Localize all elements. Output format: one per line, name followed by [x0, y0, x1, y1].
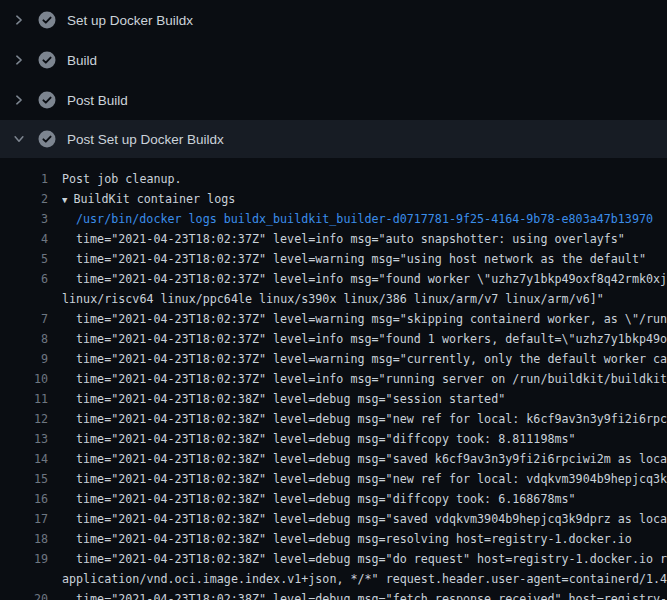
log-line: 2▼BuildKit container logs: [0, 189, 667, 209]
log-line: 1Post job cleanup.: [0, 169, 667, 189]
line-number[interactable]: 18: [0, 529, 48, 549]
log-text: time="2021-04-23T18:02:38Z" level=debug …: [62, 509, 667, 529]
log-line: 3/usr/bin/docker logs buildx_buildkit_bu…: [0, 209, 667, 229]
step-label: Set up Docker Buildx: [67, 13, 193, 28]
line-number[interactable]: 3: [0, 209, 48, 229]
log-text: time="2021-04-23T18:02:38Z" level=debug …: [62, 529, 667, 549]
log-text: time="2021-04-23T18:02:37Z" level=warnin…: [62, 249, 667, 269]
log-line-continuation: application/vnd.oci.image.index.v1+json,…: [0, 569, 667, 589]
step-row-set-up-docker-buildx[interactable]: Set up Docker Buildx: [0, 0, 667, 40]
line-number[interactable]: 13: [0, 429, 48, 449]
log-line: 4time="2021-04-23T18:02:37Z" level=info …: [0, 229, 667, 249]
line-number[interactable]: 1: [0, 169, 48, 189]
log-line: 17time="2021-04-23T18:02:38Z" level=debu…: [0, 509, 667, 529]
log-line: 15time="2021-04-23T18:02:38Z" level=debu…: [0, 469, 667, 489]
group-expanded-marker-icon: ▼: [62, 190, 67, 209]
chevron-right-icon: [12, 53, 26, 67]
log-line: 5time="2021-04-23T18:02:37Z" level=warni…: [0, 249, 667, 269]
line-number-empty: [0, 289, 48, 309]
log-text: time="2021-04-23T18:02:38Z" level=debug …: [62, 549, 667, 569]
log-line: 11time="2021-04-23T18:02:38Z" level=debu…: [0, 389, 667, 409]
log-text: /usr/bin/docker logs buildx_buildkit_bui…: [62, 209, 667, 229]
line-number[interactable]: 10: [0, 369, 48, 389]
step-label: Post Build: [67, 93, 128, 108]
line-number[interactable]: 12: [0, 409, 48, 429]
log-line: 16time="2021-04-23T18:02:38Z" level=debu…: [0, 489, 667, 509]
check-circle-icon: [38, 130, 56, 148]
log-text: time="2021-04-23T18:02:38Z" level=debug …: [62, 469, 667, 489]
job-steps-list: Set up Docker Buildx Build Post Build Po…: [0, 0, 667, 158]
log-line: 9time="2021-04-23T18:02:37Z" level=warni…: [0, 349, 667, 369]
log-line: 20time="2021-04-23T18:02:38Z" level=debu…: [0, 589, 667, 600]
step-row-post-set-up-docker-buildx[interactable]: Post Set up Docker Buildx: [0, 120, 667, 158]
line-number[interactable]: 15: [0, 469, 48, 489]
check-circle-icon: [38, 11, 56, 29]
line-number[interactable]: 16: [0, 489, 48, 509]
log-text: time="2021-04-23T18:02:37Z" level=info m…: [62, 269, 667, 289]
log-group-toggle[interactable]: ▼BuildKit container logs: [62, 189, 667, 209]
line-number[interactable]: 9: [0, 349, 48, 369]
log-text-continuation: linux/riscv64 linux/ppc64le linux/s390x …: [62, 289, 667, 309]
check-circle-icon: [38, 51, 56, 69]
line-number[interactable]: 14: [0, 449, 48, 469]
log-line: 8time="2021-04-23T18:02:37Z" level=info …: [0, 329, 667, 349]
line-number[interactable]: 5: [0, 249, 48, 269]
chevron-right-icon: [12, 13, 26, 27]
chevron-right-icon: [12, 93, 26, 107]
log-text: time="2021-04-23T18:02:38Z" level=debug …: [62, 489, 667, 509]
log-line-continuation: linux/riscv64 linux/ppc64le linux/s390x …: [0, 289, 667, 309]
log-line: 7time="2021-04-23T18:02:37Z" level=warni…: [0, 309, 667, 329]
log-text: Post job cleanup.: [62, 169, 667, 189]
log-text: time="2021-04-23T18:02:37Z" level=warnin…: [62, 309, 667, 329]
log-line: 6time="2021-04-23T18:02:37Z" level=info …: [0, 269, 667, 289]
line-number[interactable]: 4: [0, 229, 48, 249]
line-number[interactable]: 7: [0, 309, 48, 329]
log-text: time="2021-04-23T18:02:37Z" level=info m…: [62, 329, 667, 349]
log-text: BuildKit container logs: [73, 192, 235, 206]
log-line: 13time="2021-04-23T18:02:38Z" level=debu…: [0, 429, 667, 449]
log-line: 14time="2021-04-23T18:02:38Z" level=debu…: [0, 449, 667, 469]
step-row-build[interactable]: Build: [0, 40, 667, 80]
log-line: 18time="2021-04-23T18:02:38Z" level=debu…: [0, 529, 667, 549]
chevron-down-icon: [12, 132, 26, 146]
step-row-post-build[interactable]: Post Build: [0, 80, 667, 120]
log-viewer: 1Post job cleanup.2▼BuildKit container l…: [0, 158, 667, 600]
log-line: 19time="2021-04-23T18:02:38Z" level=debu…: [0, 549, 667, 569]
step-label: Build: [67, 53, 97, 68]
check-circle-icon: [38, 91, 56, 109]
log-text: time="2021-04-23T18:02:38Z" level=debug …: [62, 449, 667, 469]
step-label: Post Set up Docker Buildx: [67, 132, 224, 147]
log-text: time="2021-04-23T18:02:37Z" level=warnin…: [62, 349, 667, 369]
line-number[interactable]: 20: [0, 589, 48, 600]
line-number[interactable]: 6: [0, 269, 48, 289]
log-text: time="2021-04-23T18:02:38Z" level=debug …: [62, 429, 667, 449]
log-text: time="2021-04-23T18:02:38Z" level=debug …: [62, 589, 667, 600]
log-line: 12time="2021-04-23T18:02:38Z" level=debu…: [0, 409, 667, 429]
line-number[interactable]: 8: [0, 329, 48, 349]
line-number[interactable]: 2: [0, 189, 48, 209]
log-text: time="2021-04-23T18:02:38Z" level=debug …: [62, 389, 667, 409]
line-number[interactable]: 11: [0, 389, 48, 409]
log-text: time="2021-04-23T18:02:37Z" level=info m…: [62, 229, 667, 249]
line-number[interactable]: 17: [0, 509, 48, 529]
line-number[interactable]: 19: [0, 549, 48, 569]
log-text: time="2021-04-23T18:02:37Z" level=info m…: [62, 369, 667, 389]
line-number-empty: [0, 569, 48, 589]
log-line: 10time="2021-04-23T18:02:37Z" level=info…: [0, 369, 667, 389]
log-text: time="2021-04-23T18:02:38Z" level=debug …: [62, 409, 667, 429]
log-text-continuation: application/vnd.oci.image.index.v1+json,…: [62, 569, 667, 589]
